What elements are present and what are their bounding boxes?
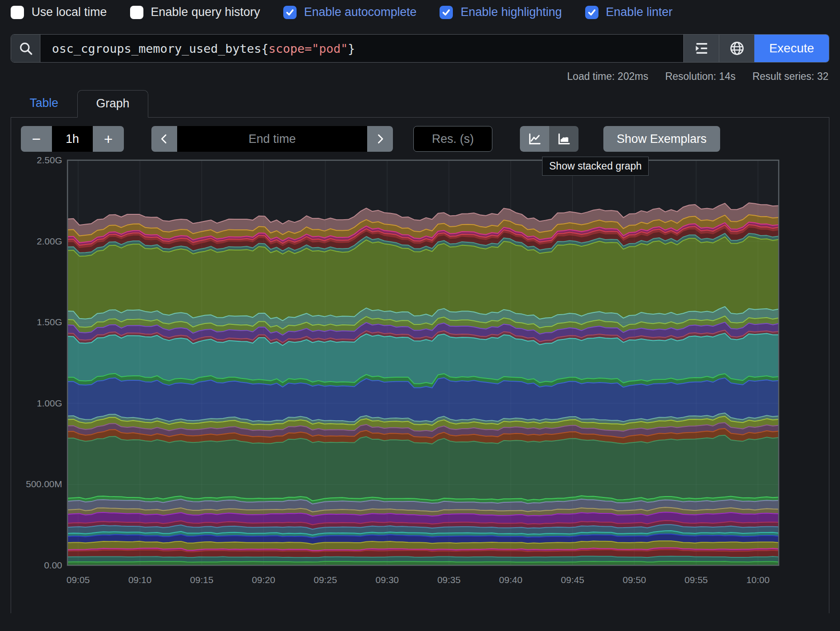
resolution-input[interactable] [413,126,492,152]
panel-tabs: Table Graph [11,88,829,117]
metrics-explorer-button[interactable] [719,35,754,62]
query-stats: Load time: 202ms Resolution: 14s Result … [0,71,828,83]
query-segment: "pod" [312,42,348,55]
check-icon [285,8,295,17]
stacked-area-icon [557,132,571,146]
svg-text:09:30: 09:30 [376,575,399,585]
checkbox-use-local-time[interactable]: Use local time [11,5,107,19]
query-input[interactable]: osc_cgroups_memory_used_bytes{scope="pod… [40,35,683,62]
format-indent-icon [694,41,709,56]
svg-text:500.00M: 500.00M [26,479,62,489]
svg-text:09:10: 09:10 [128,575,152,585]
svg-text:1.50G: 1.50G [37,317,62,327]
query-segment: scope [269,42,305,55]
query-segment: osc_cgroups_memory_used_bytes{ [52,42,269,55]
checkbox-label: Use local time [32,5,107,19]
tab-graph[interactable]: Graph [77,90,148,118]
checkbox-enable-linter[interactable]: Enable linter [585,5,673,19]
range-stepper: − 1h + [21,126,124,152]
query-bar: osc_cgroups_memory_used_bytes{scope="pod… [11,34,829,63]
checkbox-box[interactable] [585,6,598,19]
line-graph-button[interactable] [520,126,549,152]
checkbox-label: Enable highlighting [460,5,562,19]
graph-panel: − 1h + [11,117,829,613]
end-time-back-button[interactable] [151,126,177,152]
graph-controls: − 1h + [11,118,829,152]
stacked-graph-tooltip: Show stacked graph [542,157,649,176]
svg-text:1.00G: 1.00G [37,398,62,408]
svg-text:09:20: 09:20 [252,575,275,585]
checkbox-box[interactable] [11,6,24,19]
result-series: Result series: 32 [753,71,828,83]
chevron-right-icon [374,133,386,145]
stacked-area-chart[interactable]: 0.00500.00M1.00G1.50G2.00G2.50G09:0509:1… [11,155,829,604]
svg-text:09:35: 09:35 [437,575,461,585]
svg-text:09:55: 09:55 [685,575,708,585]
svg-text:10:00: 10:00 [746,575,770,585]
svg-text:2.00G: 2.00G [37,236,62,246]
graph-type-toggle [520,126,578,152]
range-increase-button[interactable]: + [93,126,124,152]
range-value[interactable]: 1h [52,126,93,152]
resolution: Resolution: 14s [665,71,736,83]
load-time: Load time: 202ms [567,71,648,83]
line-chart-icon [527,132,542,146]
svg-text:09:15: 09:15 [190,575,214,585]
svg-text:09:40: 09:40 [499,575,523,585]
resolution-field [413,126,492,152]
show-exemplars-button[interactable]: Show Exemplars [603,126,720,152]
search-button[interactable] [11,35,40,62]
execute-button[interactable]: Execute [754,35,829,62]
svg-text:0.00: 0.00 [44,560,62,570]
format-query-button[interactable] [683,35,719,62]
search-icon [18,41,33,56]
checkbox-enable-autocomplete[interactable]: Enable autocomplete [283,5,417,19]
checkbox-label: Enable autocomplete [304,5,417,19]
svg-text:09:05: 09:05 [67,575,90,585]
options-bar: Use local time Enable query history Enab… [0,0,840,21]
checkbox-label: Enable query history [151,5,260,19]
chevron-left-icon [158,133,170,145]
end-time-forward-button[interactable] [367,126,393,152]
svg-text:09:25: 09:25 [314,575,337,585]
range-decrease-button[interactable]: − [21,126,52,152]
checkbox-enable-query-history[interactable]: Enable query history [130,5,260,19]
checkbox-box[interactable] [130,6,143,19]
chart-canvas[interactable]: 0.00500.00M1.00G1.50G2.00G2.50G09:0509:1… [11,155,829,604]
svg-text:09:50: 09:50 [623,575,646,585]
checkbox-label: Enable linter [606,5,673,19]
checkbox-enable-highlighting[interactable]: Enable highlighting [440,5,562,19]
checkbox-box[interactable] [283,6,297,19]
svg-text:09:45: 09:45 [561,575,584,585]
query-segment: = [305,42,312,55]
svg-text:2.50G: 2.50G [37,155,62,165]
end-time-picker [151,126,393,152]
check-icon [441,8,451,17]
checkbox-box[interactable] [440,6,453,19]
stacked-graph-button[interactable] [549,126,578,152]
globe-icon [729,40,745,56]
query-segment: } [348,42,355,55]
tab-table[interactable]: Table [11,96,77,117]
check-icon [587,8,597,17]
end-time-input[interactable] [177,126,367,152]
